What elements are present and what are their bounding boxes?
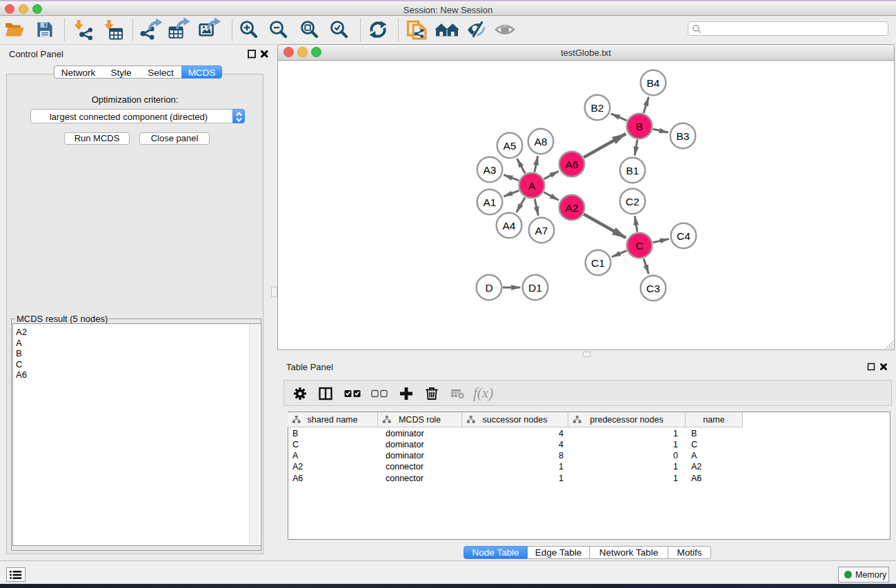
svg-text:A2: A2 xyxy=(566,202,579,214)
svg-text:C2: C2 xyxy=(626,196,639,207)
svg-text:C1: C1 xyxy=(591,257,605,269)
svg-text:C4: C4 xyxy=(677,230,690,242)
svg-text:A4: A4 xyxy=(503,220,516,232)
svg-text:A5: A5 xyxy=(504,140,517,152)
svg-text:D1: D1 xyxy=(528,282,542,294)
svg-text:B: B xyxy=(636,121,643,132)
svg-text:A6: A6 xyxy=(566,159,579,170)
svg-text:f(x): f(x) xyxy=(473,385,493,401)
svg-text:D: D xyxy=(485,282,492,294)
svg-text:A3: A3 xyxy=(484,164,497,176)
svg-text:C: C xyxy=(635,240,643,252)
svg-text:A: A xyxy=(528,180,536,192)
svg-text:C3: C3 xyxy=(646,283,660,294)
svg-text:B1: B1 xyxy=(626,165,639,176)
svg-text:A7: A7 xyxy=(535,225,548,236)
svg-text:A1: A1 xyxy=(484,196,497,208)
svg-text:B4: B4 xyxy=(647,77,660,89)
svg-text:B2: B2 xyxy=(591,102,604,114)
svg-text:A8: A8 xyxy=(535,136,548,148)
svg-text:B3: B3 xyxy=(677,130,690,142)
